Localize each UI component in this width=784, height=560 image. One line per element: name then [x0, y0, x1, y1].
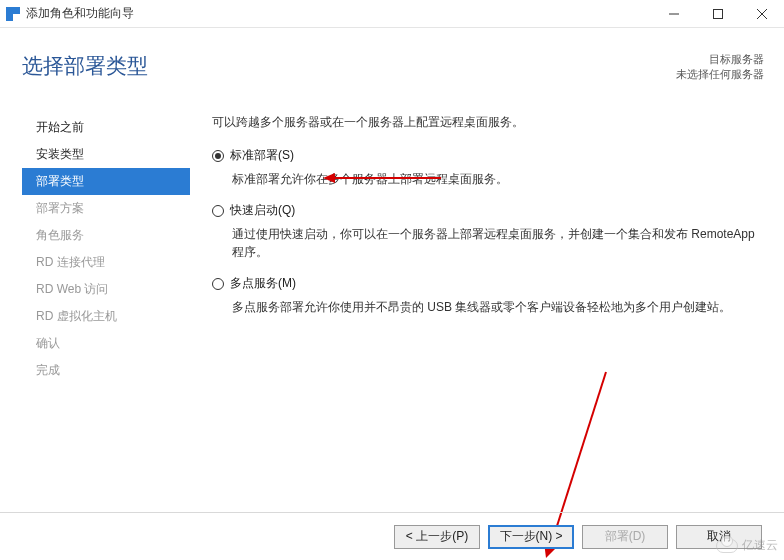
page-heading: 选择部署类型: [22, 52, 148, 80]
wizard-footer: < 上一步(P) 下一步(N) > 部署(D) 取消: [0, 512, 784, 560]
option-quick-desc: 通过使用快速启动，你可以在一个服务器上部署远程桌面服务，并创建一个集合和发布 R…: [232, 225, 764, 261]
radio-multipoint[interactable]: [212, 278, 224, 290]
option-standard: 标准部署(S) 标准部署允许你在多个服务器上部署远程桌面服务。: [212, 145, 764, 188]
window-title: 添加角色和功能向导: [26, 5, 652, 22]
step-deploy-type[interactable]: 部署类型: [22, 168, 190, 195]
app-icon: [6, 7, 20, 21]
deploy-button[interactable]: 部署(D): [582, 525, 668, 549]
titlebar: 添加角色和功能向导: [0, 0, 784, 28]
maximize-button[interactable]: [696, 0, 740, 28]
step-begin[interactable]: 开始之前: [22, 114, 190, 141]
option-standard-label: 标准部署(S): [230, 147, 294, 164]
step-deploy-scheme[interactable]: 部署方案: [22, 195, 190, 222]
server-info: 目标服务器 未选择任何服务器: [676, 52, 764, 83]
cancel-button[interactable]: 取消: [676, 525, 762, 549]
option-quick-row[interactable]: 快速启动(Q): [212, 200, 764, 221]
annotation-arrow-1: [323, 170, 443, 186]
step-confirm[interactable]: 确认: [22, 330, 190, 357]
server-info-label: 目标服务器: [676, 52, 764, 67]
close-button[interactable]: [740, 0, 784, 28]
step-rd-broker[interactable]: RD 连接代理: [22, 249, 190, 276]
step-role-services[interactable]: 角色服务: [22, 222, 190, 249]
radio-standard[interactable]: [212, 150, 224, 162]
svg-rect-1: [714, 9, 723, 18]
prev-button[interactable]: < 上一步(P): [394, 525, 480, 549]
wizard-steps: 开始之前 安装类型 部署类型 部署方案 角色服务 RD 连接代理 RD Web …: [22, 114, 190, 384]
option-multipoint: 多点服务(M) 多点服务部署允许你使用并不昂贵的 USB 集线器或零个客户端设备…: [212, 273, 764, 316]
step-rd-virt[interactable]: RD 虚拟化主机: [22, 303, 190, 330]
next-button[interactable]: 下一步(N) >: [488, 525, 574, 549]
window-controls: [652, 0, 784, 28]
option-standard-desc: 标准部署允许你在多个服务器上部署远程桌面服务。: [232, 170, 764, 188]
option-quick-label: 快速启动(Q): [230, 202, 295, 219]
option-multipoint-desc: 多点服务部署允许你使用并不昂贵的 USB 集线器或零个客户端设备轻松地为多个用户…: [232, 298, 764, 316]
option-quick: 快速启动(Q) 通过使用快速启动，你可以在一个服务器上部署远程桌面服务，并创建一…: [212, 200, 764, 261]
radio-quick[interactable]: [212, 205, 224, 217]
main-panel: 可以跨越多个服务器或在一个服务器上配置远程桌面服务。 标准部署(S) 标准部署允…: [212, 114, 764, 328]
step-install-type[interactable]: 安装类型: [22, 141, 190, 168]
minimize-button[interactable]: [652, 0, 696, 28]
option-standard-row[interactable]: 标准部署(S): [212, 145, 764, 166]
server-info-value: 未选择任何服务器: [676, 67, 764, 82]
svg-marker-5: [323, 173, 335, 183]
step-rd-web[interactable]: RD Web 访问: [22, 276, 190, 303]
wizard-content: 选择部署类型 目标服务器 未选择任何服务器 开始之前 安装类型 部署类型 部署方…: [0, 28, 784, 560]
step-complete[interactable]: 完成: [22, 357, 190, 384]
option-multipoint-row[interactable]: 多点服务(M): [212, 273, 764, 294]
option-multipoint-label: 多点服务(M): [230, 275, 296, 292]
intro-text: 可以跨越多个服务器或在一个服务器上配置远程桌面服务。: [212, 114, 764, 131]
